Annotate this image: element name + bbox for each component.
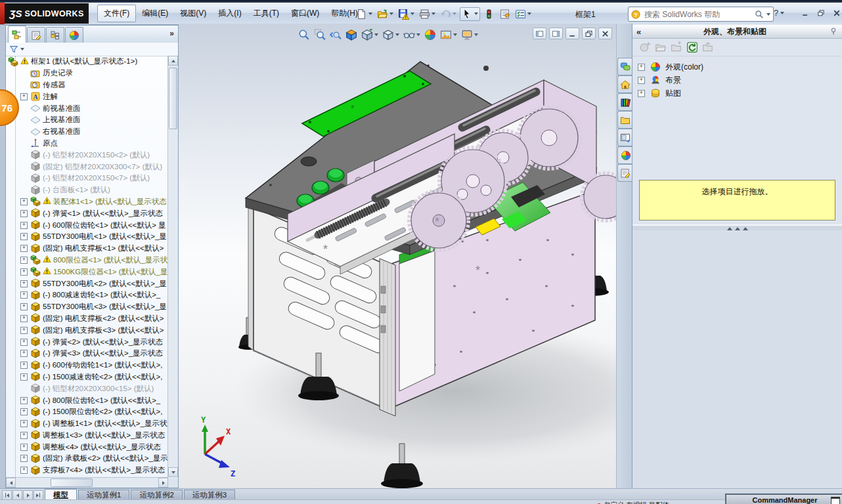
expand-icon[interactable]: +	[20, 408, 28, 415]
tree-item[interactable]: +(固定) 电机支撑板<2> (默认<<默认>	[6, 313, 168, 325]
section-view-button[interactable]	[344, 28, 359, 42]
scroll-right-icon[interactable]	[158, 478, 168, 488]
scroll-up-icon[interactable]	[168, 56, 178, 66]
select-button[interactable]	[460, 7, 480, 21]
panel-tab-propertymanager[interactable]	[27, 27, 45, 43]
expand-icon[interactable]: +	[20, 420, 28, 427]
tree-item[interactable]: +(固定) 电机支撑板<3> (默认<<默认>	[6, 324, 168, 336]
tree-horizontal-scrollbar[interactable]	[6, 477, 168, 488]
dropdown-arrow-icon[interactable]	[453, 12, 456, 15]
expand-icon[interactable]: +	[20, 210, 28, 217]
appearance-tree-item[interactable]: +外观(color)	[638, 60, 837, 74]
view-settings-button[interactable]	[460, 28, 479, 42]
hscroll-thumb[interactable]	[51, 478, 93, 487]
taskpane-tab-file-explorer[interactable]	[617, 111, 632, 129]
graphics-viewport[interactable]: *	[179, 24, 616, 488]
appearance-tree-item[interactable]: +贴图	[638, 87, 837, 100]
expand-icon[interactable]: +	[20, 198, 28, 205]
menu-item-3[interactable]: 视图(V)	[174, 5, 212, 22]
expand-icon[interactable]: +	[638, 77, 645, 84]
dropdown-arrow-icon[interactable]	[453, 33, 457, 36]
taskpane-tab-view-palette[interactable]	[617, 129, 632, 146]
menu-item-1[interactable]: 文件(F)	[97, 5, 136, 22]
save-button[interactable]	[397, 8, 416, 20]
tree-item[interactable]: +(-) 弹簧<3> (默认<<默认>_显示状态	[6, 348, 168, 360]
dropdown-arrow-icon[interactable]	[395, 33, 399, 36]
tree-item[interactable]: +(固定) 电机支撑板<1> (默认<<默认>	[6, 243, 168, 255]
file-properties-button[interactable]	[498, 8, 512, 20]
tree-item[interactable]: +(-) 800限位齿轮<1> (默认<<默认>_	[6, 394, 168, 406]
menu-item-5[interactable]: 工具(T)	[248, 5, 285, 22]
menu-pin-icon[interactable]	[299, 8, 309, 18]
expand-icon[interactable]: +	[20, 455, 28, 462]
tree-item[interactable]: +(-) 600限位齿轮<1> (默认<<默认> 显	[6, 219, 168, 231]
dropdown-arrow-icon[interactable]	[389, 12, 393, 15]
taskpane-tab-forum[interactable]	[617, 58, 632, 75]
tree-item[interactable]: +(-) 弹簧<1> (默认<<默认>_显示状态	[6, 207, 168, 219]
expand-icon[interactable]: +	[20, 467, 28, 474]
expand-icon[interactable]: +	[20, 303, 28, 310]
commandmanager-floating-panel[interactable]: CommandManager	[725, 494, 842, 504]
apply-scene-button[interactable]	[439, 28, 458, 42]
display-style-button[interactable]	[381, 28, 401, 42]
expand-icon[interactable]: +	[20, 233, 28, 240]
tree-item[interactable]: 右视基准面	[6, 126, 168, 138]
menu-item-2[interactable]: 编辑(E)	[136, 5, 174, 22]
tree-item[interactable]: +调整板<4> (默认<<默认>_显示状态	[6, 441, 168, 453]
tree-item[interactable]: +(-) 调整板1<1> (默认<<默认>_显示状	[6, 418, 168, 430]
panel-overflow-chevron[interactable]: »	[169, 29, 174, 38]
tree-item[interactable]: 历史记录	[6, 68, 168, 79]
tab-运动算例3[interactable]: 运动算例3	[184, 490, 235, 500]
open-button[interactable]	[376, 8, 395, 20]
expand-icon[interactable]: +	[20, 444, 28, 451]
tree-item[interactable]: (固定) 铝型材20X20X300<7> (默认)	[6, 161, 168, 173]
rebuild-button[interactable]	[482, 8, 496, 20]
tree-filter-bar[interactable]	[6, 43, 178, 56]
tab-运动算例2[interactable]: 运动算例2	[131, 490, 182, 500]
expand-icon[interactable]: +	[20, 315, 28, 322]
doc-minimize-button[interactable]	[565, 28, 579, 39]
tree-item[interactable]: 上视基准面	[6, 114, 168, 126]
print-button[interactable]	[418, 8, 437, 20]
pin-icon[interactable]	[829, 27, 838, 36]
tree-item[interactable]: (-) 台面板<1> (默认)	[6, 184, 168, 196]
tree-item[interactable]: +(固定) 承载板<2> (默认<<默认>_显示	[6, 453, 168, 465]
taskpane-header[interactable]: « 外观、布景和贴图	[632, 25, 842, 39]
tree-item[interactable]: +支撑板7<4> (默认<<默认>_显示状态	[6, 465, 168, 476]
expand-icon[interactable]: +	[20, 339, 28, 346]
zoom-fit-button[interactable]	[297, 28, 311, 42]
taskpane-tab-design-library[interactable]	[617, 93, 632, 111]
expand-icon[interactable]: +	[20, 291, 28, 299]
expand-icon[interactable]: +	[20, 432, 28, 439]
tree-item[interactable]: +(-) 弹簧<2> (默认<<默认>_显示状态	[6, 336, 168, 348]
tab-模型[interactable]: 模型	[45, 489, 77, 500]
tree-item[interactable]: +800限位器<1> (默认<默认_显示状	[6, 255, 168, 266]
search-dropdown-icon[interactable]	[766, 13, 770, 16]
tree-item[interactable]: (-) 铝型材20X20X150<2> (默认)	[6, 149, 168, 161]
dropdown-arrow-icon[interactable]	[416, 33, 420, 36]
scroll-left-icon[interactable]	[6, 478, 16, 488]
expand-icon[interactable]: +	[20, 350, 28, 357]
dropdown-arrow-icon[interactable]	[410, 12, 414, 15]
tab-运动算例1[interactable]: 运动算例1	[78, 490, 129, 500]
edit-appearance-button[interactable]	[423, 28, 437, 42]
expand-icon[interactable]: +	[20, 280, 28, 287]
tab-nav-prev[interactable]	[12, 490, 22, 500]
expand-icon[interactable]: +	[20, 93, 28, 100]
tree-item[interactable]: 前视基准面	[6, 102, 168, 114]
tree-item[interactable]: +55TDY300电机<2> (默认<<默认>_显	[6, 278, 168, 289]
doc-restore-button[interactable]	[582, 28, 596, 39]
dropdown-arrow-icon[interactable]	[374, 33, 378, 36]
tree-item[interactable]: +(-) 600传动齿轮1<1> (默认<<默认>,	[6, 360, 168, 371]
taskpane-tab-appearances[interactable]	[617, 146, 633, 164]
tree-root-item[interactable]: 框架1 (默认<默认_显示状态-1>)	[6, 56, 168, 68]
minimize-button[interactable]	[799, 7, 812, 19]
tree-vertical-scrollbar[interactable]	[167, 56, 178, 477]
expand-icon[interactable]: +	[20, 268, 28, 276]
tab-nav-next[interactable]	[23, 490, 33, 500]
previous-view-button[interactable]	[328, 28, 343, 42]
tab-nav-first[interactable]	[2, 490, 12, 500]
tree-item[interactable]: (-) 铝型材20X20X150<7> (默认)	[6, 173, 168, 184]
tab-nav-last[interactable]	[33, 490, 43, 500]
restore-button[interactable]	[814, 7, 828, 19]
